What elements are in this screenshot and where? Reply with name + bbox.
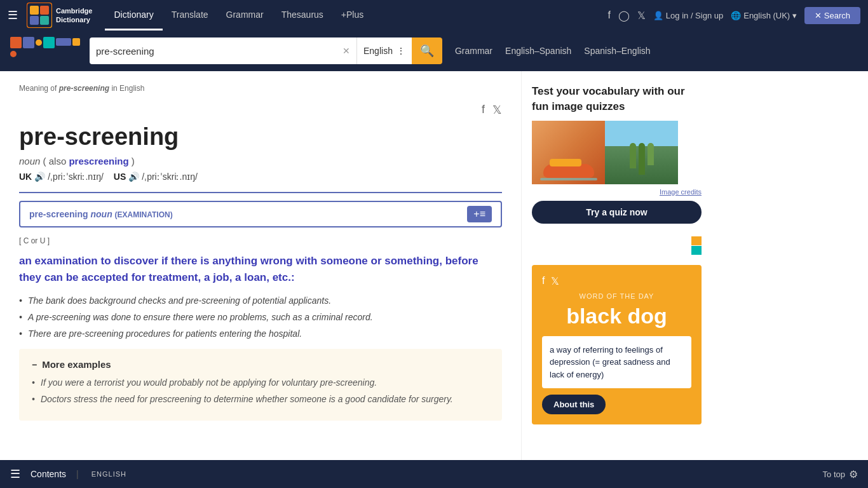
logo-icon bbox=[27, 3, 52, 28]
uk-audio-icon[interactable]: 🔊 bbox=[34, 172, 45, 182]
facebook-icon[interactable]: f bbox=[607, 10, 610, 21]
wotd-social: f 𝕏 bbox=[542, 275, 691, 287]
pos-line: noun ( also prescreening ) bbox=[19, 156, 502, 166]
try-quiz-button[interactable]: Try a quiz now bbox=[532, 201, 702, 224]
accent-bar-teal bbox=[691, 246, 702, 255]
search-bar: ✕ English ⋮ 🔍 Grammar English–Spanish Sp… bbox=[0, 30, 868, 71]
instagram-icon[interactable]: ◯ bbox=[618, 10, 630, 22]
svg-rect-4 bbox=[40, 16, 49, 25]
subnav-english-spanish[interactable]: English–Spanish bbox=[505, 43, 571, 58]
right-sidebar: Test your vocabulary with our fun image … bbox=[521, 71, 712, 470]
quiz-title: Test your vocabulary with our fun image … bbox=[532, 84, 702, 114]
collapse-icon: − bbox=[32, 360, 37, 370]
search-button-top[interactable]: ✕ Search bbox=[804, 7, 860, 24]
example-item: The bank does background checks and pre-… bbox=[19, 295, 502, 306]
top-nav: ☰ Cambridge Dictionary Dictionary Transl… bbox=[0, 0, 868, 30]
about-button[interactable]: About this bbox=[542, 395, 606, 414]
color-block bbox=[23, 37, 34, 48]
color-block bbox=[56, 38, 71, 46]
hamburger-icon[interactable]: ☰ bbox=[8, 8, 18, 22]
example-item: There are pre-screening procedures for p… bbox=[19, 329, 502, 339]
grammar-tag: [ C or U ] bbox=[19, 236, 502, 245]
subnav-spanish-english[interactable]: Spanish–English bbox=[584, 43, 650, 58]
language-dropdown[interactable]: English ⋮ bbox=[356, 37, 412, 64]
definition: an examination to discover if there is a… bbox=[19, 253, 502, 285]
subnav-grammar[interactable]: Grammar bbox=[455, 43, 492, 58]
word-variant: prescreening bbox=[69, 156, 128, 166]
share-row: f 𝕏 bbox=[19, 103, 502, 117]
accent-bars-container bbox=[532, 236, 702, 255]
globe-icon: 🌐 bbox=[731, 11, 741, 20]
quiz-images bbox=[532, 121, 702, 184]
wotd-twitter-icon[interactable]: 𝕏 bbox=[551, 275, 559, 287]
chevron-down-icon: ▾ bbox=[792, 11, 797, 20]
share-twitter-icon[interactable]: 𝕏 bbox=[492, 103, 502, 117]
bottom-hamburger-icon[interactable]: ☰ bbox=[10, 467, 20, 470]
logo[interactable]: Cambridge Dictionary bbox=[27, 3, 92, 28]
search-input[interactable] bbox=[96, 46, 342, 57]
breadcrumb: Meaning of pre-screening in English bbox=[19, 84, 502, 93]
wotd-definition: a way of referring to feelings of depres… bbox=[542, 336, 691, 389]
main-nav-links: Dictionary Translate Grammar Thesaurus +… bbox=[105, 0, 372, 30]
search-icon: 🔍 bbox=[420, 44, 434, 58]
person-icon: 👤 bbox=[653, 11, 663, 20]
color-block bbox=[10, 37, 22, 48]
bottom-bar: ☰ Contents | ENGLISH To top ⚙ bbox=[0, 460, 868, 470]
word-of-the-day-box: f 𝕏 WORD OF THE DAY black dog a way of r… bbox=[532, 265, 702, 425]
lang-selector[interactable]: 🌐 English (UK) ▾ bbox=[731, 11, 797, 20]
wotd-facebook-icon[interactable]: f bbox=[542, 275, 545, 287]
examples-list: The bank does background checks and pre-… bbox=[19, 295, 502, 339]
svg-rect-2 bbox=[40, 6, 49, 15]
wotd-spacer bbox=[532, 236, 686, 255]
color-block bbox=[43, 37, 55, 48]
image-credits-link[interactable]: Image credits bbox=[532, 188, 702, 196]
example-item: A pre-screening was done to ensure there… bbox=[19, 312, 502, 322]
login-link[interactable]: 👤 Log in / Sign up bbox=[653, 11, 723, 20]
bottom-separator: | bbox=[76, 469, 79, 470]
twitter-icon[interactable]: 𝕏 bbox=[637, 10, 646, 22]
uk-phonetic: UK 🔊 /ˌpriːˈskriː.nɪŋ/ bbox=[19, 172, 104, 182]
share-facebook-icon[interactable]: f bbox=[482, 103, 485, 117]
sense-tab[interactable]: pre-screening noun (EXAMINATION) +≡ bbox=[19, 201, 502, 227]
more-examples-list: If you were a terrorist you would probab… bbox=[32, 377, 489, 404]
nav-dictionary[interactable]: Dictionary bbox=[105, 0, 162, 30]
nav-thesaurus[interactable]: Thesaurus bbox=[273, 0, 332, 30]
accent-bars bbox=[691, 236, 702, 255]
main-layout: Meaning of pre-screening in English f 𝕏 … bbox=[0, 71, 868, 470]
search-input-wrap: ✕ bbox=[90, 37, 356, 64]
color-block bbox=[72, 38, 80, 46]
more-examples-label: More examples bbox=[42, 359, 111, 370]
search-submit-button[interactable]: 🔍 bbox=[412, 37, 442, 64]
wotd-label: WORD OF THE DAY bbox=[542, 292, 691, 300]
color-block bbox=[36, 39, 42, 46]
wotd-word: black dog bbox=[542, 304, 691, 329]
part-of-speech: noun bbox=[19, 156, 40, 166]
clear-search-icon[interactable]: ✕ bbox=[342, 46, 350, 56]
sense-divider bbox=[19, 192, 502, 193]
content-area: Meaning of pre-screening in English f 𝕏 … bbox=[0, 71, 521, 470]
colorful-blocks bbox=[10, 37, 83, 65]
phonetics: UK 🔊 /ˌpriːˈskriː.nɪŋ/ US 🔊 /ˌpriːˈskriː… bbox=[19, 172, 502, 182]
to-top-link[interactable]: To top ⚙ bbox=[823, 468, 858, 471]
bottom-contents-link[interactable]: Contents bbox=[31, 469, 66, 470]
settings-icon[interactable]: ⚙ bbox=[849, 468, 858, 471]
expand-button[interactable]: +≡ bbox=[467, 206, 492, 222]
nav-plus[interactable]: +Plus bbox=[332, 0, 372, 30]
dots-icon: ⋮ bbox=[397, 46, 405, 56]
sense-tab-text: pre-screening noun (EXAMINATION) bbox=[29, 209, 173, 219]
accent-bar-orange bbox=[691, 236, 702, 245]
more-examples-section: − More examples If you were a terrorist … bbox=[19, 349, 502, 421]
us-phonetic: US 🔊 /ˌpriːˈskriː.nɪŋ/ bbox=[114, 172, 198, 182]
nav-translate[interactable]: Translate bbox=[163, 0, 217, 30]
us-audio-icon[interactable]: 🔊 bbox=[128, 172, 139, 182]
sub-nav: Grammar English–Spanish Spanish–English bbox=[455, 43, 651, 58]
word-title: pre-screening bbox=[19, 123, 502, 151]
more-example-item: Doctors stress the need for prescreening… bbox=[32, 394, 489, 404]
nav-grammar[interactable]: Grammar bbox=[217, 0, 273, 30]
logo-text: Cambridge Dictionary bbox=[56, 6, 92, 25]
nav-right: f ◯ 𝕏 👤 Log in / Sign up 🌐 English (UK) … bbox=[607, 7, 860, 24]
more-examples-header[interactable]: − More examples bbox=[32, 359, 489, 370]
svg-rect-1 bbox=[30, 6, 39, 15]
svg-rect-3 bbox=[30, 16, 39, 25]
quiz-image-right bbox=[605, 121, 678, 184]
